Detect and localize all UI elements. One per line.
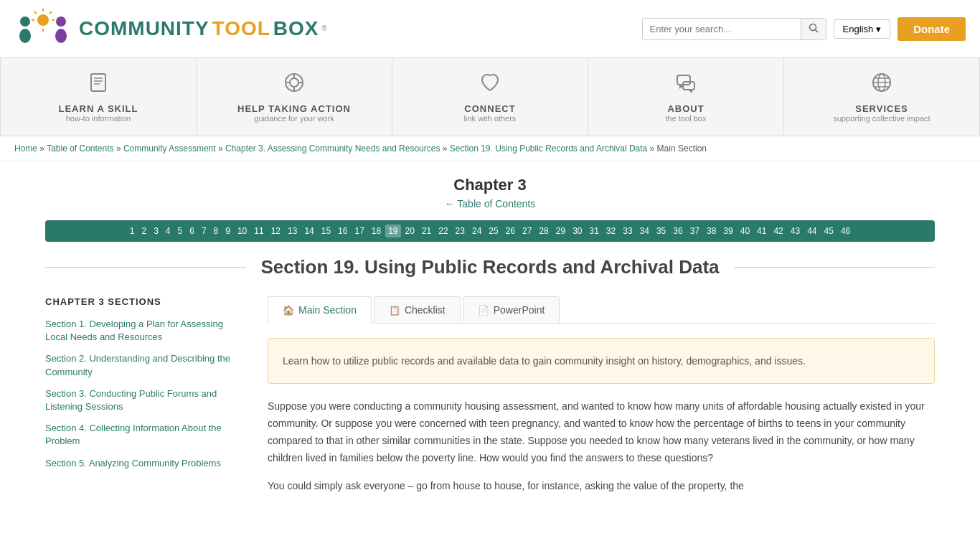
logo-area: COMMUNITY TOOL BOX ® (14, 7, 327, 50)
chapter-num-37[interactable]: 37 (687, 225, 702, 237)
chapter-num-10[interactable]: 10 (235, 225, 250, 237)
chapter-num-14[interactable]: 14 (301, 225, 316, 237)
chapter-num-42[interactable]: 42 (771, 225, 786, 237)
chapter-num-46[interactable]: 46 (838, 225, 853, 237)
chapter-num-43[interactable]: 43 (788, 225, 803, 237)
chapter-num-19[interactable]: 19 (385, 225, 400, 237)
learn-icon (87, 71, 110, 99)
chapter-num-27[interactable]: 27 (519, 225, 534, 237)
chapter-num-5[interactable]: 5 (175, 225, 186, 237)
language-button[interactable]: English ▾ (834, 19, 891, 39)
tabs: 🏠Main Section📋Checklist📄PowerPoint (268, 296, 935, 324)
chapter-num-29[interactable]: 29 (553, 225, 568, 237)
chapter-num-35[interactable]: 35 (654, 225, 669, 237)
breadcrumb-link[interactable]: Section 19. Using Public Records and Arc… (450, 143, 647, 154)
sidebar-links: Section 1. Developing a Plan for Assessi… (45, 318, 246, 470)
sidebar-link-1[interactable]: Section 1. Developing a Plan for Assessi… (45, 318, 246, 344)
nav-title-about: ABOUT (667, 103, 704, 114)
chapter-num-6[interactable]: 6 (187, 225, 197, 237)
chapter-num-1[interactable]: 1 (127, 225, 138, 237)
chapter-num-11[interactable]: 11 (251, 225, 266, 237)
svg-point-3 (55, 29, 67, 43)
chapter-num-31[interactable]: 31 (586, 225, 601, 237)
chapter-num-16[interactable]: 16 (335, 225, 350, 237)
tab-powerpoint[interactable]: 📄PowerPoint (463, 296, 560, 323)
chapter-num-28[interactable]: 28 (536, 225, 551, 237)
chapter-num-15[interactable]: 15 (319, 225, 334, 237)
search-icon (809, 23, 819, 33)
tab-main[interactable]: 🏠Main Section (268, 296, 372, 324)
chapter-num-3[interactable]: 3 (151, 225, 161, 237)
chapter-num-32[interactable]: 32 (603, 225, 618, 237)
chapter-num-38[interactable]: 38 (704, 225, 719, 237)
breadcrumb-link[interactable]: Chapter 3. Assessing Community Needs and… (225, 143, 440, 154)
chapter-num-44[interactable]: 44 (804, 225, 819, 237)
chapter-num-13[interactable]: 13 (285, 225, 300, 237)
nav-title-connect: CONNECT (464, 103, 515, 114)
chapter-num-34[interactable]: 34 (637, 225, 652, 237)
intro-box: Learn how to utilize public records and … (268, 338, 935, 384)
nav-item-learn[interactable]: LEARN A SKILL how-to information (0, 58, 197, 136)
svg-point-11 (809, 24, 816, 30)
powerpoint-tab-icon: 📄 (478, 305, 489, 316)
nav-item-about[interactable]: ABOUT the tool box (588, 58, 784, 136)
nav-sub-learn: how-to information (66, 114, 131, 123)
logo-icon (14, 7, 72, 50)
logo-text[interactable]: COMMUNITY TOOL BOX ® (79, 17, 327, 40)
nav-item-services[interactable]: SERVICES supporting collective impact (784, 58, 980, 136)
chapter-num-7[interactable]: 7 (199, 225, 209, 237)
chapter-num-24[interactable]: 24 (469, 225, 484, 237)
toc-link[interactable]: ← Table of Contents (445, 198, 536, 209)
search-button[interactable] (801, 19, 826, 39)
chapter-num-45[interactable]: 45 (821, 225, 837, 237)
chapter-num-9[interactable]: 9 (222, 225, 233, 237)
chapter-num-39[interactable]: 39 (720, 225, 735, 237)
breadcrumb-link[interactable]: Table of Contents (47, 143, 113, 154)
chapter-num-41[interactable]: 41 (754, 225, 769, 237)
chapter-num-36[interactable]: 36 (670, 225, 685, 237)
nav-sub-help: guidance for your work (254, 114, 334, 123)
svg-point-0 (20, 17, 30, 27)
chapter-num-18[interactable]: 18 (369, 225, 384, 237)
svg-point-18 (290, 78, 298, 87)
chapter-num-20[interactable]: 20 (402, 225, 418, 237)
nav-item-connect[interactable]: CONNECT link with others (392, 58, 588, 136)
sidebar-link-2[interactable]: Section 2. Understanding and Describing … (45, 352, 246, 378)
chapter-num-12[interactable]: 12 (268, 225, 283, 237)
sidebar-link-3[interactable]: Section 3. Conducting Public Forums and … (45, 387, 246, 413)
powerpoint-tab-label: PowerPoint (494, 304, 545, 316)
nav-title-services: SERVICES (855, 103, 908, 114)
chapter-number-bar: 1234567891011121314151617181920212223242… (45, 220, 935, 242)
chapter-num-26[interactable]: 26 (503, 225, 518, 237)
nav-title-help: HELP TAKING ACTION (237, 103, 351, 114)
main-tab-icon: 🏠 (283, 305, 294, 316)
chapter-num-25[interactable]: 25 (486, 225, 501, 237)
right-content: 🏠Main Section📋Checklist📄PowerPoint Learn… (268, 296, 935, 505)
tab-checklist[interactable]: 📋Checklist (374, 296, 461, 323)
chapter-num-40[interactable]: 40 (738, 225, 753, 237)
donate-button[interactable]: Donate (897, 17, 966, 41)
breadcrumb-separator: » (440, 143, 449, 154)
sidebar-link-5[interactable]: Section 5. Analyzing Community Problems (45, 457, 246, 470)
chapter-num-17[interactable]: 17 (352, 225, 367, 237)
article-paragraph: Suppose you were conducting a community … (268, 398, 935, 466)
chapter-num-21[interactable]: 21 (419, 225, 434, 237)
nav-title-learn: LEARN A SKILL (59, 103, 138, 114)
chapter-num-23[interactable]: 23 (453, 225, 468, 237)
chapter-num-30[interactable]: 30 (570, 225, 585, 237)
chapter-num-22[interactable]: 22 (435, 225, 451, 237)
sidebar-link-4[interactable]: Section 4. Collecting Information About … (45, 422, 246, 448)
checklist-tab-icon: 📋 (389, 305, 400, 316)
chapter-num-2[interactable]: 2 (138, 225, 149, 237)
chapter-num-8[interactable]: 8 (211, 225, 222, 237)
breadcrumb-current: Main Section (657, 143, 707, 154)
breadcrumb-link[interactable]: Home (14, 143, 37, 154)
svg-line-10 (50, 11, 52, 14)
breadcrumb-link[interactable]: Community Assessment (123, 143, 216, 154)
chapter-num-4[interactable]: 4 (163, 225, 174, 237)
search-input[interactable] (643, 19, 801, 39)
chapter-num-33[interactable]: 33 (620, 225, 635, 237)
checklist-tab-label: Checklist (405, 304, 446, 316)
nav-item-help[interactable]: HELP TAKING ACTION guidance for your wor… (197, 58, 392, 136)
main-tab-label: Main Section (298, 304, 357, 316)
